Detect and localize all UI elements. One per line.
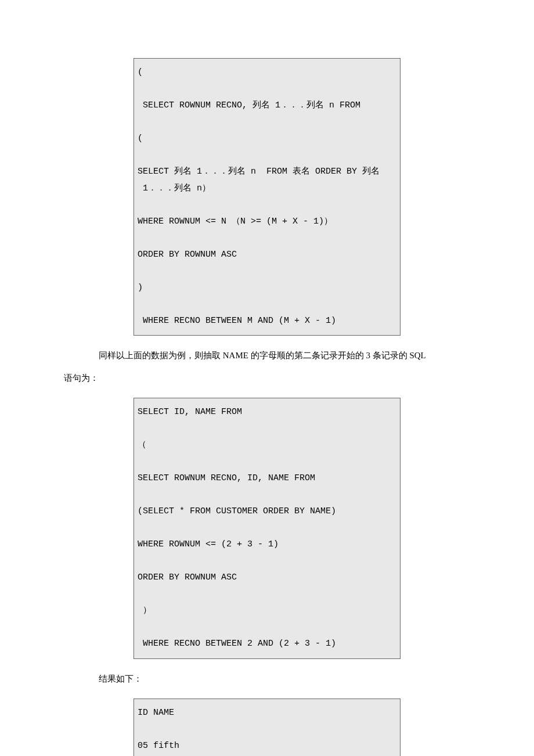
paragraph-1-line-1: 同样以上面的数据为例，则抽取 NAME 的字母顺的第二条记录开始的 3 条记录的… [64, 347, 470, 364]
sql-code-block-1: ( SELECT ROWNUM RECNO, 列名 1．．．列名 n FROM … [134, 58, 400, 336]
paragraph-1-line-2: 语句为： [64, 370, 470, 387]
paragraph-1: 同样以上面的数据为例，则抽取 NAME 的字母顺的第二条记录开始的 3 条记录的… [64, 347, 470, 386]
result-block: ID NAME 05 fifth 01 first [134, 699, 400, 756]
document-page: ( SELECT ROWNUM RECNO, 列名 1．．．列名 n FROM … [0, 0, 534, 756]
sql-code-block-2: SELECT ID, NAME FROM （ SELECT ROWNUM REC… [134, 398, 400, 659]
paragraph-2: 结果如下： [64, 671, 470, 687]
